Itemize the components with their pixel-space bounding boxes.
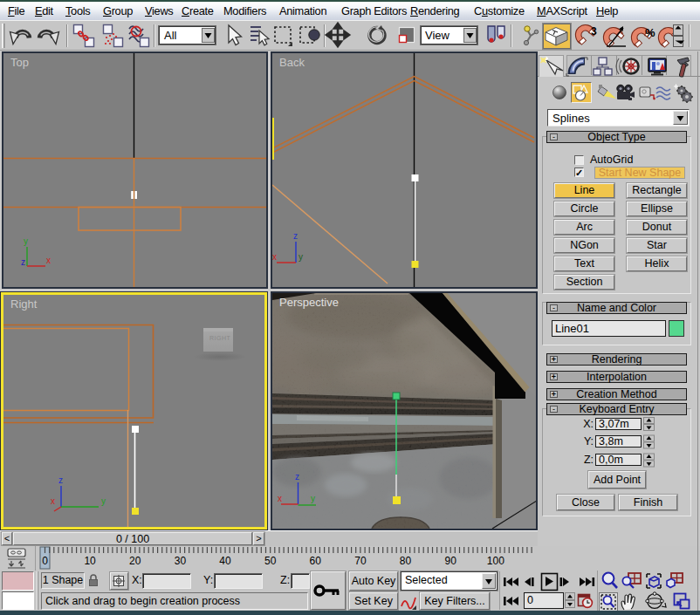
- svg-text:%: %: [645, 26, 655, 39]
- svg-text:y: y: [299, 252, 303, 262]
- svg-text:y: y: [311, 494, 315, 503]
- svg-text:x: x: [46, 256, 51, 265]
- svg-text:y: y: [24, 236, 28, 246]
- svg-text:x: x: [51, 496, 55, 506]
- svg-text:All: All: [164, 29, 177, 42]
- svg-text:3: 3: [591, 25, 597, 38]
- svg-text:z: z: [21, 257, 25, 267]
- svg-text:y: y: [101, 496, 106, 506]
- svg-text:x: x: [272, 252, 277, 262]
- svg-text:z: z: [58, 475, 63, 485]
- svg-text:z: z: [295, 472, 299, 482]
- svg-text:z: z: [293, 231, 298, 241]
- svg-text:View: View: [425, 29, 450, 42]
- svg-text:x: x: [278, 494, 282, 503]
